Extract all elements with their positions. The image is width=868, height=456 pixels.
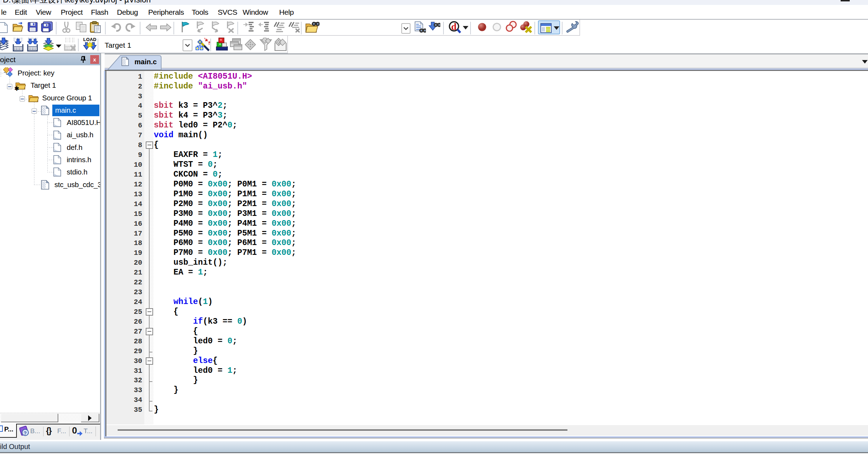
svg-text:d: d [451, 21, 456, 32]
svg-text:LOAD: LOAD [83, 37, 97, 42]
svg-text:?: ? [24, 430, 27, 436]
